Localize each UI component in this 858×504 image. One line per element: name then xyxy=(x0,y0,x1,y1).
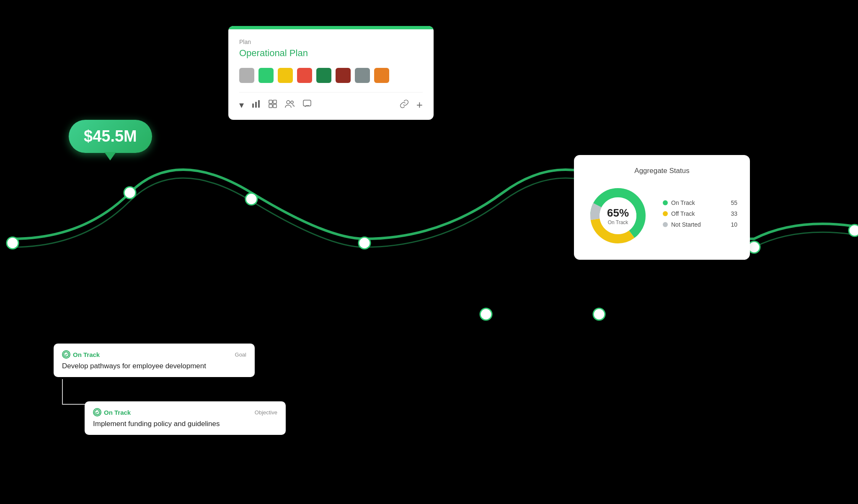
svg-point-14 xyxy=(480,308,492,320)
plan-color-row xyxy=(239,68,423,83)
color-swatch[interactable] xyxy=(297,68,312,83)
goal-card-header: On Track Goal xyxy=(62,350,246,359)
connector-vertical xyxy=(62,379,63,404)
donut-chart: 65% On Track xyxy=(587,184,649,247)
svg-rect-6 xyxy=(273,104,277,108)
goal-status-icon xyxy=(62,350,70,359)
objective-status-icon xyxy=(93,408,101,416)
svg-point-13 xyxy=(359,237,370,249)
legend-list: On Track 55 Off Track 33 Not Started 10 xyxy=(663,199,737,232)
svg-point-10 xyxy=(7,237,18,249)
svg-point-18 xyxy=(64,352,69,357)
plan-card: Plan Operational Plan ▾ xyxy=(228,26,434,120)
donut-label: On Track xyxy=(607,220,629,225)
color-swatch[interactable] xyxy=(374,68,389,83)
goal-type: Goal xyxy=(235,352,246,358)
add-icon[interactable]: + xyxy=(416,98,423,111)
aggregate-content: 65% On Track On Track 55 Off Track 33 No… xyxy=(587,184,737,247)
objective-card: On Track Objective Implement funding pol… xyxy=(85,401,286,435)
comment-icon[interactable] xyxy=(302,99,312,111)
donut-center: 65% On Track xyxy=(607,207,629,225)
color-swatch[interactable] xyxy=(336,68,351,83)
chevron-down-icon[interactable]: ▾ xyxy=(239,100,244,111)
legend-dot xyxy=(663,222,668,227)
color-swatch[interactable] xyxy=(258,68,274,83)
legend-count: 55 xyxy=(726,199,737,206)
grid-icon[interactable] xyxy=(268,99,277,111)
objective-status: On Track xyxy=(93,408,131,416)
legend-label: On Track xyxy=(671,199,695,206)
svg-point-8 xyxy=(291,101,293,103)
legend-label: Not Started xyxy=(671,221,701,228)
connector-horizontal xyxy=(62,404,86,405)
donut-percentage: 65% xyxy=(607,207,629,220)
legend-item: On Track 55 xyxy=(663,199,737,206)
color-swatch[interactable] xyxy=(239,68,254,83)
svg-rect-4 xyxy=(273,100,277,103)
legend-dot xyxy=(663,200,668,205)
objective-card-header: On Track Objective xyxy=(93,408,277,416)
chart-icon[interactable] xyxy=(251,99,261,111)
aggregate-title: Aggregate Status xyxy=(587,167,737,175)
svg-point-12 xyxy=(246,193,257,205)
svg-rect-1 xyxy=(255,102,257,108)
legend-item: Off Track 33 xyxy=(663,210,737,217)
svg-point-11 xyxy=(124,187,136,199)
money-value: $45.5M xyxy=(84,127,137,145)
svg-rect-2 xyxy=(258,100,260,108)
plan-toolbar: ▾ xyxy=(239,92,423,111)
objective-type: Objective xyxy=(255,409,277,416)
goal-status: On Track xyxy=(62,350,100,359)
color-swatch[interactable] xyxy=(355,68,370,83)
svg-point-7 xyxy=(287,101,290,104)
legend-count: 10 xyxy=(726,221,737,228)
svg-point-15 xyxy=(593,308,605,320)
objective-text: Implement funding policy and guidelines xyxy=(93,420,277,428)
svg-rect-0 xyxy=(252,103,254,108)
svg-rect-5 xyxy=(269,104,272,108)
svg-point-16 xyxy=(748,241,760,253)
plan-label: Plan xyxy=(239,39,423,45)
svg-point-17 xyxy=(849,225,858,236)
plan-title: Operational Plan xyxy=(239,48,423,59)
legend-label: Off Track xyxy=(671,210,695,217)
team-icon[interactable] xyxy=(285,99,295,111)
goal-text: Develop pathways for employee developmen… xyxy=(62,362,246,370)
svg-point-19 xyxy=(95,410,100,415)
color-swatch[interactable] xyxy=(316,68,331,83)
legend-dot xyxy=(663,211,668,216)
aggregate-status-card: Aggregate Status 65% On Track On Tr xyxy=(574,155,750,260)
svg-rect-9 xyxy=(303,100,311,106)
money-bubble: $45.5M xyxy=(69,120,152,153)
color-swatch[interactable] xyxy=(278,68,293,83)
legend-item: Not Started 10 xyxy=(663,221,737,228)
legend-count: 33 xyxy=(726,210,737,217)
goal-card: On Track Goal Develop pathways for emplo… xyxy=(54,344,255,377)
plan-card-accent-bar xyxy=(228,26,434,29)
svg-rect-3 xyxy=(269,100,272,103)
link-icon[interactable] xyxy=(400,99,409,111)
